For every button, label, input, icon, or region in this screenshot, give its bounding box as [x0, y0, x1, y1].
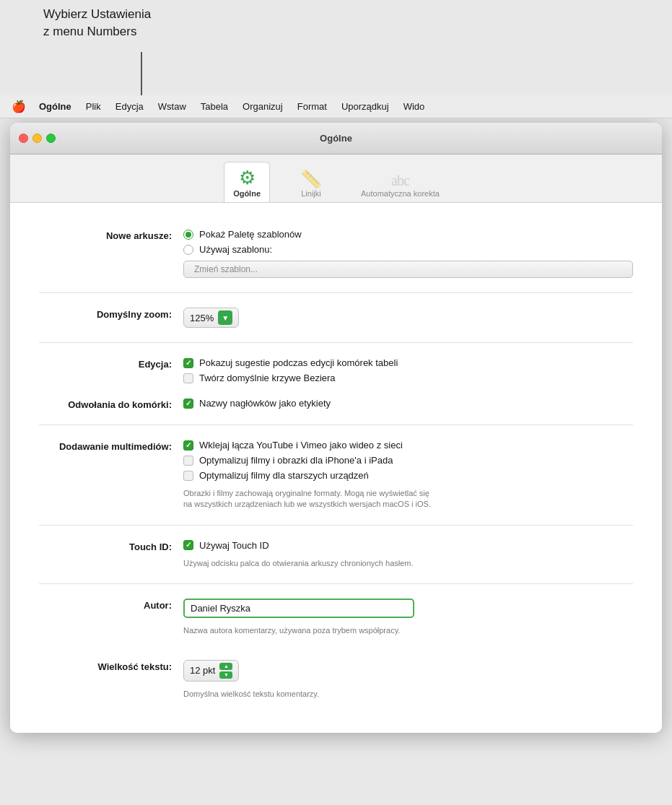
ruler-icon: 📏: [300, 169, 322, 189]
menubar-apple[interactable]: 🍎: [6, 95, 32, 118]
section-touchid: Touch ID: Używaj Touch ID Używaj odcisku…: [39, 528, 633, 580]
menubar-format[interactable]: Format: [290, 95, 334, 118]
menubar-wstaw[interactable]: Wstaw: [151, 95, 193, 118]
menubar-edycja[interactable]: Edycja: [108, 95, 151, 118]
annotation-pointer: [141, 52, 142, 95]
tab-linijki-label: Linijki: [301, 189, 321, 198]
maximize-button[interactable]: [46, 134, 56, 143]
size-up-button[interactable]: ▲: [219, 663, 232, 670]
editing-label: Edycja:: [39, 357, 183, 370]
radio-show-palette[interactable]: [183, 230, 193, 240]
radio-show-palette-label: Pokaż Paletę szablonów: [199, 229, 302, 240]
checkbox-optimize-old[interactable]: [183, 471, 193, 481]
text-size-hint: Domyślna wielkość tekstu komentarzy.: [183, 689, 633, 700]
annotation-line1: Wybierz Ustawienia: [43, 6, 151, 23]
checkbox-touchid[interactable]: [183, 540, 193, 550]
tab-linijki[interactable]: 📏 Linijki: [292, 165, 331, 202]
checkbox-youtube-label: Wklejaj łącza YouTube i Vimeo jako wideo…: [199, 440, 403, 451]
divider-5: [39, 583, 633, 584]
checkbox-optimize-ios-row: Optymalizuj filmy i obrazki dla iPhone'a…: [183, 455, 633, 466]
abc-icon: abc: [391, 173, 409, 189]
tab-autokorekta[interactable]: abc Automatyczna korekta: [352, 168, 448, 202]
section-author: Autor: Nazwa autora komentarzy, używana …: [39, 587, 633, 648]
minimize-button[interactable]: [32, 134, 42, 143]
checkbox-optimize-ios-label: Optymalizuj filmy i obrazki dla iPhone'a…: [199, 455, 393, 466]
editing-controls: Pokazuj sugestie podczas edycji komórek …: [183, 357, 633, 383]
media-controls: Wklejaj łącza YouTube i Vimeo jako wideo…: [183, 440, 633, 510]
gear-icon: ⚙: [239, 167, 256, 189]
menubar: 🍎 Ogólne Plik Edycja Wstaw Tabela Organi…: [0, 95, 672, 118]
checkbox-bezier-row: Twórz domyślnie krzywe Beziera: [183, 373, 633, 383]
zoom-dropdown[interactable]: 125% ▼: [183, 308, 239, 328]
checkbox-bezier[interactable]: [183, 373, 193, 383]
checkbox-youtube[interactable]: [183, 440, 193, 451]
checkbox-optimize-old-row: Optymalizuj filmy dla starszych urządzeń: [183, 470, 633, 481]
divider-4: [39, 525, 633, 526]
radio-use-template[interactable]: [183, 245, 193, 255]
menubar-tabela[interactable]: Tabela: [193, 95, 235, 118]
author-controls: Nazwa autora komentarzy, używana poza tr…: [183, 599, 633, 636]
checkbox-optimize-ios[interactable]: [183, 456, 193, 466]
cell-refs-label: Odwołania do komórki:: [39, 398, 183, 410]
checkbox-touchid-row: Używaj Touch ID: [183, 540, 633, 551]
tabbar: ⚙ Ogólne 📏 Linijki abc Automatyczna kore…: [10, 155, 662, 203]
checkbox-youtube-row: Wklejaj łącza YouTube i Vimeo jako wideo…: [183, 440, 633, 451]
menubar-numbers[interactable]: Ogólne: [32, 95, 79, 118]
checkbox-headers-label: Nazwy nagłówków jako etykiety: [199, 398, 331, 409]
annotation: Wybierz Ustawienia z menu Numbers: [43, 6, 151, 40]
section-editing: Edycja: Pokazuj sugestie podczas edycji …: [39, 346, 633, 395]
author-hint: Nazwa autora komentarzy, używana poza tr…: [183, 625, 633, 636]
size-down-button[interactable]: ▼: [219, 671, 232, 679]
section-zoom: Domyślny zoom: 125% ▼: [39, 296, 633, 339]
touchid-label: Touch ID:: [39, 540, 183, 552]
touchid-controls: Używaj Touch ID Używaj odcisku palca do …: [183, 540, 633, 569]
text-size-controls: 12 pkt ▲ ▼ Domyślna wielkość tekstu kome…: [183, 660, 633, 700]
section-media: Dodawanie multimediów: Wklejaj łącza You…: [39, 428, 633, 522]
change-template-button[interactable]: Zmień szablon...: [183, 261, 633, 278]
tab-autokorekta-label: Automatyczna korekta: [361, 189, 440, 198]
zoom-arrow-icon: ▼: [218, 310, 232, 325]
menubar-organizuj[interactable]: Organizuj: [235, 95, 290, 118]
window-title: Ogólne: [320, 133, 352, 144]
text-size-value: 12 pkt: [190, 665, 215, 676]
new-sheets-controls: Pokaż Paletę szablonów Używaj szablonu: …: [183, 229, 633, 278]
radio-show-palette-row: Pokaż Paletę szablonów: [183, 229, 633, 240]
text-size-dropdown[interactable]: 12 pkt ▲ ▼: [183, 660, 239, 682]
section-cell-refs: Odwołania do komórki: Nazwy nagłówków ja…: [39, 395, 633, 422]
menubar-plik[interactable]: Plik: [79, 95, 108, 118]
divider-1: [39, 292, 633, 293]
menubar-uporzadkuj[interactable]: Uporządkuj: [334, 95, 396, 118]
checkbox-headers-row: Nazwy nagłówków jako etykiety: [183, 398, 633, 409]
zoom-controls: 125% ▼: [183, 308, 633, 328]
media-label: Dodawanie multimediów:: [39, 440, 183, 452]
close-button[interactable]: [19, 134, 28, 143]
menubar-wido[interactable]: Wido: [396, 95, 432, 118]
size-arrows: ▲ ▼: [219, 663, 232, 679]
checkbox-headers[interactable]: [183, 399, 193, 409]
checkbox-bezier-label: Twórz domyślnie krzywe Beziera: [199, 373, 336, 383]
traffic-lights: [19, 134, 56, 143]
new-sheets-label: Nowe arkusze:: [39, 229, 183, 241]
zoom-label: Domyślny zoom:: [39, 308, 183, 320]
divider-2: [39, 342, 633, 343]
radio-use-template-row: Używaj szablonu:: [183, 244, 633, 255]
checkbox-touchid-label: Używaj Touch ID: [199, 540, 269, 551]
tab-ogolne-label: Ogólne: [233, 189, 261, 198]
checkbox-suggestions-row: Pokazuj sugestie podczas edycji komórek …: [183, 357, 633, 368]
preferences-window: Ogólne ⚙ Ogólne 📏 Linijki abc Automatycz…: [10, 123, 662, 733]
author-input[interactable]: [183, 599, 414, 618]
divider-3: [39, 425, 633, 425]
cell-refs-controls: Nazwy nagłówków jako etykiety: [183, 398, 633, 409]
annotation-line2: z menu Numbers: [43, 23, 151, 40]
section-new-sheets: Nowe arkusze: Pokaż Paletę szablonów Uży…: [39, 217, 633, 290]
media-hint: Obrazki i filmy zachowają oryginalne for…: [183, 488, 633, 510]
touchid-hint: Używaj odcisku palca do otwierania arkus…: [183, 558, 633, 569]
checkbox-optimize-old-label: Optymalizuj filmy dla starszych urządzeń: [199, 470, 369, 481]
section-text-size: Wielkość tekstu: 12 pkt ▲ ▼ Domyślna wie…: [39, 648, 633, 711]
titlebar: Ogólne: [10, 123, 662, 155]
radio-use-template-label: Używaj szablonu:: [199, 244, 272, 255]
tab-ogolne[interactable]: ⚙ Ogólne: [224, 162, 270, 202]
zoom-value: 125%: [190, 313, 214, 323]
checkbox-suggestions[interactable]: [183, 358, 193, 368]
checkbox-suggestions-label: Pokazuj sugestie podczas edycji komórek …: [199, 357, 398, 368]
